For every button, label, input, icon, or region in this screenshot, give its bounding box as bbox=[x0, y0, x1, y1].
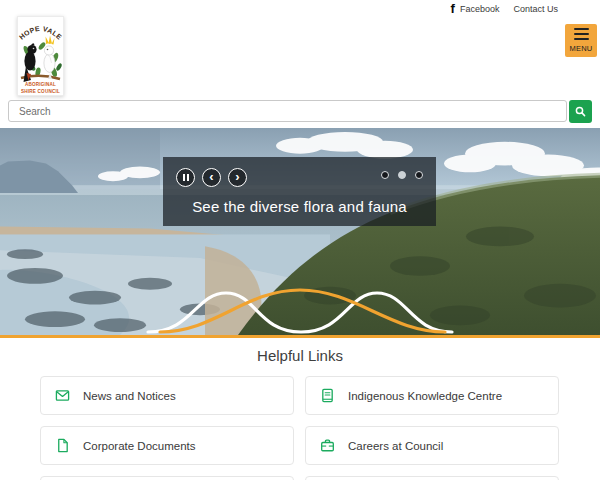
chevron-left-icon: ‹ bbox=[209, 170, 213, 183]
search-icon bbox=[575, 106, 586, 117]
search-button[interactable] bbox=[569, 100, 592, 123]
carousel-dot-3[interactable] bbox=[415, 171, 423, 179]
menu-button-label: MENU bbox=[570, 44, 593, 53]
svg-text:HOPE VALE: HOPE VALE bbox=[18, 25, 63, 41]
hero-carousel: ‹ › See the diverse flora and fauna bbox=[0, 128, 600, 338]
link-card-partial-right[interactable] bbox=[305, 476, 559, 480]
link-card-corporate-documents[interactable]: Corporate Documents bbox=[40, 426, 294, 465]
carousel-dot-1[interactable] bbox=[381, 171, 389, 179]
carousel-caption: See the diverse flora and fauna bbox=[163, 198, 436, 215]
helpful-links-heading: Helpful Links bbox=[0, 347, 600, 364]
menu-button[interactable]: MENU bbox=[565, 24, 597, 57]
carousel-controls: ‹ › bbox=[176, 168, 247, 187]
facebook-link-label: Facebook bbox=[460, 4, 500, 14]
carousel-dot-2[interactable] bbox=[398, 171, 406, 179]
mail-icon bbox=[55, 388, 70, 403]
facebook-icon: f bbox=[451, 2, 455, 15]
link-card-label: Careers at Council bbox=[348, 440, 443, 452]
link-card-careers-at-council[interactable]: Careers at Council bbox=[305, 426, 559, 465]
header-top-links: f Facebook Contact Us bbox=[451, 2, 558, 15]
contact-us-link[interactable]: Contact Us bbox=[513, 4, 558, 14]
logo-line1-text: ABORIGINAL bbox=[25, 82, 56, 87]
helpful-links-section: Helpful Links News and Notices Indigenou… bbox=[0, 341, 600, 480]
council-logo[interactable]: HOPE VALE ABORIGINAL SHIRE COUNCIL bbox=[17, 16, 64, 96]
book-icon bbox=[320, 388, 335, 403]
link-card-label: Corporate Documents bbox=[83, 440, 196, 452]
page-header: f Facebook Contact Us bbox=[0, 0, 600, 128]
link-card-indigenous-knowledge-centre[interactable]: Indigenous Knowledge Centre bbox=[305, 376, 559, 415]
search-input[interactable] bbox=[8, 100, 567, 122]
carousel-overlay: ‹ › See the diverse flora and fauna bbox=[163, 157, 436, 226]
link-card-label: Indigenous Knowledge Centre bbox=[348, 390, 502, 402]
chevron-right-icon: › bbox=[235, 170, 239, 183]
helpful-links-grid: News and Notices Indigenous Knowledge Ce… bbox=[40, 376, 559, 480]
link-card-news-and-notices[interactable]: News and Notices bbox=[40, 376, 294, 415]
hamburger-icon bbox=[574, 28, 589, 40]
search-bar bbox=[8, 100, 592, 123]
link-card-label: News and Notices bbox=[83, 390, 176, 402]
carousel-next-button[interactable]: › bbox=[228, 168, 247, 187]
council-logo-emblem: HOPE VALE ABORIGINAL SHIRE COUNCIL bbox=[18, 17, 63, 95]
carousel-prev-button[interactable]: ‹ bbox=[202, 168, 221, 187]
carousel-dots bbox=[381, 171, 423, 179]
logo-line2-text: SHIRE COUNCIL bbox=[21, 89, 60, 94]
link-card-partial-left[interactable] bbox=[40, 476, 294, 480]
document-icon bbox=[55, 438, 70, 453]
wave-decoration bbox=[0, 285, 600, 335]
logo-name-text: HOPE VALE bbox=[18, 25, 63, 41]
briefcase-icon bbox=[320, 438, 335, 453]
facebook-link[interactable]: f Facebook bbox=[451, 2, 500, 15]
pause-icon bbox=[183, 174, 189, 181]
carousel-pause-button[interactable] bbox=[176, 168, 195, 187]
